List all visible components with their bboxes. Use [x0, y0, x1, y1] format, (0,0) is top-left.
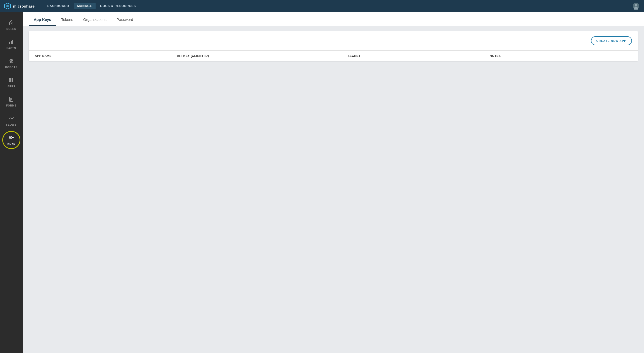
svg-point-11	[12, 60, 13, 61]
svg-rect-17	[9, 80, 11, 82]
nav-dashboard[interactable]: DASHBOARD	[44, 3, 73, 9]
svg-rect-19	[10, 97, 13, 101]
rules-icon	[9, 20, 14, 26]
svg-rect-9	[12, 40, 13, 44]
sidebar-item-apps[interactable]: APPS	[1, 74, 21, 92]
robots-label: ROBOTS	[5, 66, 18, 69]
main-content: CREATE NEW APP APP NAME API KEY (CLIENT …	[23, 26, 644, 353]
tab-tokens[interactable]: Tokens	[56, 17, 78, 26]
user-icon	[632, 3, 639, 10]
col-header-notes: NOTES	[490, 54, 632, 58]
content-area: App Keys Tokens Organizations Password C…	[23, 12, 644, 353]
tab-organizations[interactable]: Organizations	[78, 17, 112, 26]
table-toolbar: CREATE NEW APP	[29, 31, 638, 50]
svg-rect-15	[9, 78, 11, 80]
main-layout: RULES FACTS	[0, 12, 644, 353]
sidebar-item-flows[interactable]: FLOWS	[1, 112, 21, 130]
facts-label: FACTS	[7, 47, 16, 50]
sidebar-item-facts[interactable]: FACTS	[1, 35, 21, 53]
svg-point-3	[635, 4, 637, 7]
app-keys-table-card: CREATE NEW APP APP NAME API KEY (CLIENT …	[29, 31, 638, 61]
apps-icon	[9, 77, 14, 84]
table-header-row: APP NAME API KEY (CLIENT ID) SECRET NOTE…	[29, 50, 638, 61]
tabs-header: App Keys Tokens Organizations Password	[23, 12, 644, 26]
col-header-appname: APP NAME	[35, 54, 177, 58]
apps-label: APPS	[7, 85, 15, 88]
svg-rect-16	[12, 78, 13, 80]
robots-icon	[9, 58, 14, 64]
svg-rect-8	[11, 41, 12, 44]
logo-text: microshare	[13, 4, 35, 8]
top-navigation: microshare DASHBOARD MANAGE DOCS & RESOU…	[0, 0, 644, 12]
keys-active-indicator	[2, 131, 20, 149]
flows-icon	[9, 116, 14, 122]
svg-point-6	[11, 23, 12, 24]
svg-point-1	[6, 5, 9, 7]
forms-icon	[9, 96, 14, 103]
logo-icon	[4, 3, 11, 10]
col-header-secret: SECRET	[348, 54, 490, 58]
tab-appkeys[interactable]: App Keys	[29, 17, 56, 26]
logo[interactable]: microshare	[4, 3, 35, 10]
user-avatar[interactable]	[632, 2, 640, 10]
svg-rect-7	[9, 42, 10, 44]
sidebar-item-robots[interactable]: ROBOTS	[1, 54, 21, 73]
sidebar-item-keys[interactable]: KEYS	[1, 131, 21, 149]
sidebar-item-forms[interactable]: FORMS	[1, 93, 21, 111]
top-nav-links: DASHBOARD MANAGE DOCS & RESOURCES	[44, 3, 626, 9]
sidebar-item-rules[interactable]: RULES	[1, 16, 21, 34]
svg-point-10	[10, 60, 11, 61]
sidebar: RULES FACTS	[0, 12, 23, 353]
col-header-apikey: API KEY (CLIENT ID)	[177, 54, 347, 58]
rules-label: RULES	[7, 28, 16, 30]
facts-icon	[9, 39, 14, 45]
nav-docs[interactable]: DOCS & RESOURCES	[97, 3, 139, 9]
flows-label: FLOWS	[6, 123, 16, 126]
svg-rect-18	[12, 80, 13, 82]
tab-password[interactable]: Password	[111, 17, 138, 26]
forms-label: FORMS	[6, 104, 16, 107]
nav-manage[interactable]: MANAGE	[74, 3, 96, 9]
create-new-app-button[interactable]: CREATE NEW APP	[591, 36, 632, 45]
